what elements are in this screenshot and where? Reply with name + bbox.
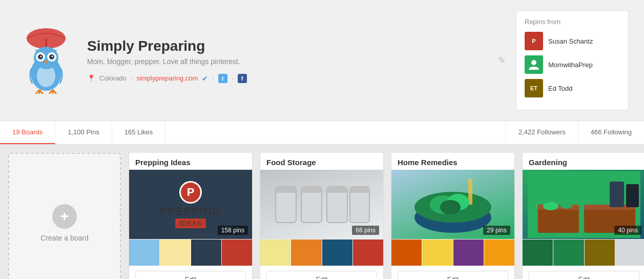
svg-point-12: [52, 55, 53, 57]
tab-boards[interactable]: 19 Boards: [0, 121, 55, 144]
board-main-image-gardening[interactable]: 40 pins: [523, 170, 644, 239]
board-main-image-remedies[interactable]: 29 pins: [391, 170, 514, 239]
board-thumb-0: [129, 240, 160, 266]
board-thumbnails-remedies: [391, 239, 514, 266]
board-card-prepping: Prepping Ideas P PREPPING IDEAS 158 pins…: [129, 153, 252, 279]
board-main-image-food[interactable]: 66 pins: [260, 170, 383, 239]
edit-pencil-icon[interactable]: ✎: [498, 55, 506, 66]
profile-meta: 📍 Colorado · simplypreparing.com ✔ · t ·…: [87, 74, 488, 83]
board-thumb-food-0: [260, 240, 291, 266]
svg-rect-37: [538, 207, 579, 233]
create-board-plus-icon: +: [52, 204, 77, 229]
board-title-food: Food Storage: [260, 153, 383, 170]
board-thumb-rem-3: [484, 240, 514, 266]
profile-avatar: [15, 25, 77, 96]
repin-name-1: MomwithaPrep: [548, 61, 593, 69]
board-thumb-gard-1: [553, 240, 584, 266]
svg-rect-42: [626, 184, 639, 207]
board-edit-button-remedies[interactable]: Edit: [398, 271, 508, 279]
profile-header: Simply Preparing Mom, blogger, prepper. …: [0, 0, 644, 121]
repin-avatar-2: ET: [525, 79, 543, 97]
svg-point-43: [543, 202, 558, 210]
board-thumb-3: [222, 240, 252, 266]
board-pin-count-remedies: 29 pins: [483, 226, 510, 235]
prepping-sub: IDEAS: [175, 218, 206, 228]
repin-name-2: Ed Todd: [548, 85, 572, 92]
svg-rect-27: [327, 187, 347, 193]
profile-bio: Mom, blogger, prepper. Love all things p…: [87, 57, 488, 66]
tab-spacer: [165, 121, 506, 144]
board-thumb-2: [191, 240, 222, 266]
svg-point-44: [560, 202, 572, 209]
profile-website[interactable]: simplypreparing.com: [136, 74, 198, 82]
board-thumb-gard-0: [523, 240, 553, 266]
tab-followers[interactable]: 2,422 Followers: [506, 121, 578, 144]
board-thumb-food-1: [291, 240, 322, 266]
board-thumb-rem-1: [422, 240, 453, 266]
board-pin-count-gardening: 40 pins: [614, 226, 641, 235]
main-content: + Create a board Prepping Ideas P PREPPI…: [0, 145, 644, 279]
board-thumbnails-food: [260, 239, 383, 266]
board-thumb-gard-3: [615, 240, 644, 266]
separator2: ·: [212, 74, 214, 82]
svg-rect-29: [350, 187, 369, 193]
board-card-food: Food Storage 66 pins: [260, 153, 383, 279]
location-icon: 📍: [87, 74, 95, 82]
board-title-prepping: Prepping Ideas: [129, 153, 252, 170]
svg-point-11: [40, 55, 42, 57]
tab-navigation: 19 Boards 1,100 Pins 165 Likes 2,422 Fol…: [0, 121, 644, 145]
board-edit-button-prepping[interactable]: Edit: [135, 271, 246, 279]
repins-title: Repins from: [525, 18, 620, 26]
board-thumbnails-prepping: [129, 239, 252, 266]
svg-point-35: [440, 200, 461, 214]
tab-likes[interactable]: 165 Likes: [112, 121, 166, 144]
board-thumbnails-gardening: [523, 239, 644, 266]
board-edit-button-food[interactable]: Edit: [266, 271, 377, 279]
board-card-gardening: Gardening 40 p: [523, 153, 644, 279]
board-pin-count-prepping: 158 pins: [218, 226, 248, 235]
board-pin-count-food: 66 pins: [352, 226, 379, 235]
svg-rect-23: [276, 187, 296, 193]
profile-info: Simply Preparing Mom, blogger, prepper. …: [87, 38, 488, 83]
board-title-remedies: Home Remedies: [391, 153, 514, 170]
board-title-gardening: Gardening: [523, 153, 644, 170]
repin-name-0: Susan Schantz: [548, 37, 593, 45]
board-main-image-prepping[interactable]: P PREPPING IDEAS 158 pins: [129, 170, 252, 239]
prepping-label: PREPPING: [160, 206, 221, 217]
facebook-icon[interactable]: f: [238, 74, 247, 83]
twitter-icon[interactable]: t: [218, 74, 227, 83]
verified-icon: ✔: [202, 74, 208, 83]
board-edit-button-gardening[interactable]: Edit: [529, 271, 639, 279]
board-thumb-food-2: [322, 240, 353, 266]
create-board-card[interactable]: + Create a board: [8, 153, 121, 279]
create-board-label: Create a board: [40, 234, 88, 242]
repin-avatar-1: [525, 55, 543, 74]
svg-point-21: [531, 60, 536, 65]
board-thumb-rem-2: [453, 240, 484, 266]
profile-location: Colorado: [99, 74, 127, 82]
board-card-remedies: Home Remedies 29 pins: [391, 153, 514, 279]
profile-name: Simply Preparing: [87, 38, 488, 54]
prepping-p-icon: P: [179, 181, 202, 204]
svg-rect-41: [610, 182, 624, 207]
tab-pins[interactable]: 1,100 Pins: [55, 121, 112, 144]
board-thumb-1: [160, 240, 191, 266]
repin-item-0[interactable]: P Susan Schantz: [525, 32, 620, 50]
board-thumb-gard-2: [585, 240, 615, 266]
repins-panel: Repins from P Susan Schantz MomwithaPrep…: [516, 10, 629, 110]
repin-item-2[interactable]: ET Ed Todd: [525, 79, 620, 97]
separator3: ·: [232, 74, 234, 82]
repin-item-1[interactable]: MomwithaPrep: [525, 55, 620, 74]
board-thumb-rem-0: [391, 240, 422, 266]
separator: ·: [131, 74, 133, 82]
board-thumb-food-3: [353, 240, 383, 266]
tab-right: 2,422 Followers 466 Following: [506, 121, 644, 144]
svg-rect-25: [301, 187, 322, 193]
tab-following[interactable]: 466 Following: [578, 121, 644, 144]
repin-avatar-0: P: [525, 32, 543, 50]
